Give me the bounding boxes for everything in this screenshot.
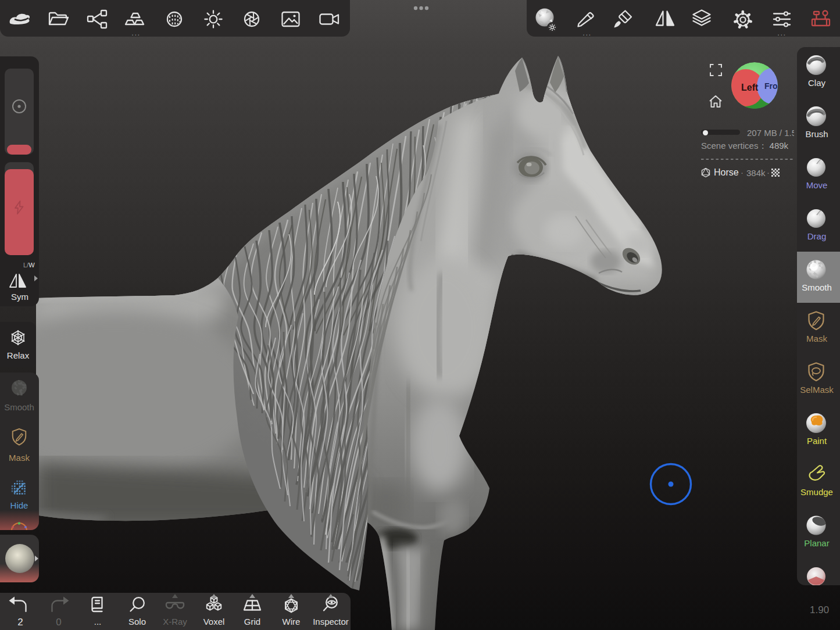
svg-text:Left: Left <box>741 83 759 92</box>
svg-text:Fron: Fron <box>764 81 778 91</box>
